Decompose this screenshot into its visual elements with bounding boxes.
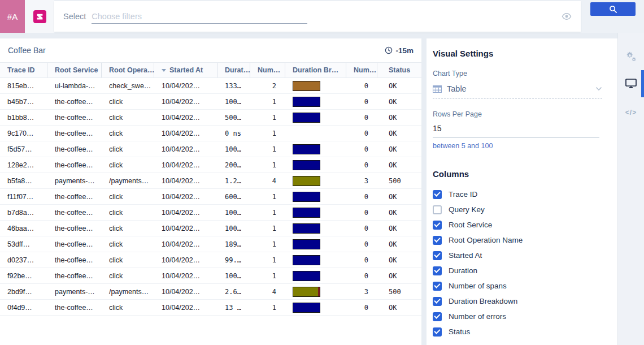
cell-num-errors: 0 <box>346 252 377 268</box>
cell-trace-id: b45b7… <box>0 94 47 109</box>
cell-started-at: 10/04/202… <box>154 141 217 157</box>
checkbox-checked-icon[interactable] <box>433 312 442 321</box>
cell-root-operation: click <box>102 205 154 220</box>
table-row[interactable]: b1bb8…the-coffee…click10/04/202…500…10OK <box>0 110 421 126</box>
table-row[interactable]: b5fa8…payments-…/payments…10/04/202…1.2…… <box>0 173 421 189</box>
column-toggle-label: Number of spans <box>449 282 507 290</box>
column-toggle-root-operation-name[interactable]: Root Operation Name <box>433 232 617 248</box>
table-row[interactable]: b7d8a…the-coffee…click10/04/202…100…10OK <box>0 205 421 221</box>
column-header-trace-id[interactable]: Trace ID <box>0 63 47 77</box>
breakdown-segment <box>293 176 320 186</box>
table-row[interactable]: 128e2…the-coffee…click10/04/202…200…10OK <box>0 157 421 173</box>
column-toggle-label: Duration Breakdown <box>449 297 517 305</box>
table-row[interactable]: 2bd9f…payments-…/payments…10/04/202…2.6…… <box>0 284 421 300</box>
column-toggle-number-of-spans[interactable]: Number of spans <box>433 278 617 294</box>
duration-breakdown-bar <box>293 176 320 186</box>
table-row[interactable]: 53dff…the-coffee…click10/04/202…189…10OK <box>0 236 421 252</box>
rows-per-page-input[interactable]: 15 <box>433 124 599 137</box>
environment-badge[interactable]: #A <box>0 0 25 33</box>
checkbox-checked-icon[interactable] <box>433 282 442 291</box>
cell-duration-breakdown <box>285 94 346 109</box>
column-toggle-duration-breakdown[interactable]: Duration Breakdown <box>433 294 617 309</box>
display-monitor-icon[interactable] <box>618 75 644 92</box>
column-toggle-started-at[interactable]: Started At <box>433 248 617 263</box>
checkbox-checked-icon[interactable] <box>433 327 442 337</box>
time-range-badge[interactable]: -15m <box>385 46 414 55</box>
column-header-label: Num… <box>354 66 376 74</box>
column-toggle-root-service[interactable]: Root Service <box>433 217 617 232</box>
eye-icon[interactable] <box>562 12 572 20</box>
chart-type-select[interactable]: Table <box>433 84 602 99</box>
column-header-num-spans[interactable]: Num… <box>250 63 285 77</box>
column-header-started-at[interactable]: Started At <box>154 63 217 77</box>
duration-breakdown-bar <box>293 144 320 154</box>
cell-duration: 99.… <box>217 252 250 268</box>
cell-status: OK <box>377 189 421 204</box>
table-row[interactable]: f5d57…the-coffee…click10/04/202…100…10OK <box>0 141 421 157</box>
column-toggle-status[interactable]: Status <box>433 324 617 339</box>
breakdown-segment <box>293 161 320 170</box>
cell-started-at: 10/04/202… <box>154 126 217 141</box>
column-header-label: Root Opera… <box>109 66 154 74</box>
filters-input[interactable]: Choose filters <box>92 9 307 24</box>
checkbox-checked-icon[interactable] <box>433 297 442 306</box>
cell-num-spans: 4 <box>250 173 285 188</box>
table-row[interactable]: f92be…the-coffee…click10/04/202…100…10OK <box>0 268 421 284</box>
column-toggle-label: Query Key <box>449 205 485 214</box>
cell-num-errors: 3 <box>346 173 377 188</box>
column-toggle-label: Trace ID <box>449 190 477 199</box>
checkbox-checked-icon[interactable] <box>433 190 442 199</box>
table-row[interactable]: 0f4d9…the-coffee…click10/04/202…13 …10OK <box>0 300 421 316</box>
cell-root-operation: click <box>102 236 154 252</box>
cell-root-operation: check_swe… <box>102 78 154 93</box>
cell-num-errors: 0 <box>346 94 377 109</box>
cell-num-errors: 0 <box>346 141 377 157</box>
cell-duration: 189… <box>217 236 250 252</box>
column-header-num-errors[interactable]: Num… <box>346 63 377 77</box>
column-header-duration[interactable]: Durat… <box>217 63 250 77</box>
cell-trace-id: 9c170… <box>0 126 47 141</box>
visual-settings-panel: Visual Settings Chart Type Table Rows Pe… <box>427 38 617 345</box>
checkbox-checked-icon[interactable] <box>433 266 442 275</box>
breakdown-segment <box>293 208 320 217</box>
cell-num-errors: 0 <box>346 300 377 315</box>
table-row[interactable]: 9c170…the-coffee…click10/04/202…0 ns10OK <box>0 126 421 141</box>
column-header-label: Trace ID <box>7 66 35 74</box>
duration-breakdown-bar <box>293 113 320 123</box>
time-range-label: -15m <box>395 46 414 55</box>
breakdown-segment <box>293 256 320 265</box>
column-toggle-query-key[interactable]: Query Key <box>433 202 617 217</box>
cell-status: OK <box>377 205 421 220</box>
table-row[interactable]: b45b7…the-coffee…click10/04/202…100…10OK <box>0 94 421 110</box>
column-toggle-number-of-errors[interactable]: Number of errors <box>433 309 617 324</box>
checkbox-checked-icon[interactable] <box>433 251 442 260</box>
cell-root-service: the-coffee… <box>47 94 102 109</box>
cell-started-at: 10/04/202… <box>154 157 217 172</box>
duration-breakdown-bar <box>293 208 320 218</box>
table-row[interactable]: f11f07…the-coffee…click10/04/202…600…10O… <box>0 189 421 205</box>
chart-type-label: Chart Type <box>433 70 617 77</box>
column-toggle-duration[interactable]: Duration <box>433 263 617 278</box>
cell-duration: 100… <box>217 268 250 283</box>
cell-root-service: payments-… <box>47 284 102 299</box>
column-header-duration-breakdown[interactable]: Duration Br… <box>285 63 346 77</box>
z-logo-glyph <box>36 12 44 21</box>
table-row[interactable]: d0237…the-coffee…click10/04/202…99.…10OK <box>0 252 421 268</box>
cell-root-service: ui-lambda-… <box>47 78 102 93</box>
checkbox-unchecked-icon[interactable] <box>433 205 442 214</box>
checkbox-checked-icon[interactable] <box>433 221 442 230</box>
search-button[interactable] <box>590 2 636 16</box>
cell-root-service: the-coffee… <box>47 300 102 315</box>
table-row[interactable]: 46baa…the-coffee…click10/04/202…100…10OK <box>0 221 421 236</box>
table-row[interactable]: 815eb…ui-lambda-…check_swe…10/04/202…133… <box>0 78 421 94</box>
column-header-root-operation-name[interactable]: Root Opera… <box>102 63 154 77</box>
app-logo-icon[interactable] <box>33 10 46 23</box>
checkbox-checked-icon[interactable] <box>433 236 442 245</box>
column-toggle-trace-id[interactable]: Trace ID <box>433 187 617 202</box>
right-toolbar: </> <box>617 33 644 345</box>
column-header-status[interactable]: Status <box>377 63 421 77</box>
column-header-root-service[interactable]: Root Service <box>47 63 102 77</box>
query-code-icon[interactable]: </> <box>618 104 644 121</box>
cell-root-service: the-coffee… <box>47 205 102 220</box>
settings-gears-icon[interactable] <box>618 48 644 65</box>
